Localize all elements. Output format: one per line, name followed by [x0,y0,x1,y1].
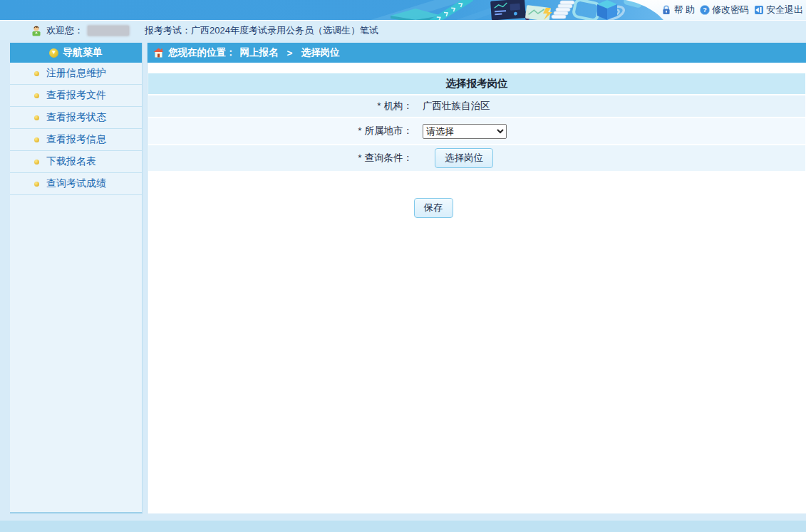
change-password-label: 修改密码 [712,4,749,16]
bullet-icon [34,71,39,76]
breadcrumb-prefix: 您现在的位置： [168,46,236,59]
organization-value: 广西壮族自治区 [418,95,805,118]
bullet-icon [34,137,39,142]
chevron-down-icon: ▼ [49,48,58,58]
sidebar-title: 导航菜单 [63,46,103,59]
bullet-icon [34,182,39,187]
city-label-cell: *所属地市： [148,118,418,145]
top-banner: 帮 助 ? 修改密码 安全退出 [0,0,806,20]
query-label: 查询条件： [365,152,413,163]
form-row-query: *查询条件： 选择岗位 [148,145,805,172]
sidebar-item-view-documents[interactable]: 查看报考文件 [10,85,142,107]
home-icon [153,48,164,58]
save-button[interactable]: 保存 [414,198,453,218]
logout-link[interactable]: 安全退出 [754,4,803,16]
breadcrumb-section[interactable]: 网上报名 [240,46,279,59]
banner-links: 帮 助 ? 修改密码 安全退出 [661,0,805,20]
city-label: 所属地市： [365,125,413,136]
svg-text:?: ? [703,6,707,14]
sidebar-item-view-info[interactable]: 查看报考信息 [10,129,142,151]
save-row: 保存 [148,198,718,218]
help-label: 帮 助 [673,4,695,16]
form-title-row: 选择报考岗位 [148,73,805,95]
job-select-form: 选择报考岗位 *机构： 广西壮族自治区 *所属地市： 请选择 *查询条件： [148,73,805,172]
sidebar-item-query-scores[interactable]: 查询考试成绩 [10,173,142,195]
sidebar-item-register-info[interactable]: 注册信息维护 [10,63,142,85]
query-label-cell: *查询条件： [148,145,418,172]
sidebar-item-download-form[interactable]: 下载报名表 [10,151,142,173]
welcome-greeting: 欢迎您： [46,24,83,37]
sidebar-header: ▼ 导航菜单 [10,43,142,63]
main-area: ▼ 导航菜单 注册信息维护 查看报考文件 查看报考状态 查看报考信息 下载报名表… [10,43,806,513]
city-select[interactable]: 请选择 [423,124,507,139]
required-mark: * [377,100,381,111]
logout-label: 安全退出 [766,4,803,16]
city-value-cell: 请选择 [418,118,805,145]
bullet-icon [34,93,39,98]
required-mark: * [358,152,361,163]
form-title: 选择报考岗位 [148,73,805,95]
sidebar-item-label: 查看报考信息 [46,133,106,146]
required-mark: * [358,125,361,136]
organization-label: 机构： [384,100,413,111]
breadcrumb: 您现在的位置：网上报名 > 选择岗位 [148,43,806,63]
content-body: 选择报考岗位 *机构： 广西壮族自治区 *所属地市： 请选择 *查询条件： [148,63,806,513]
footer-strip [0,521,806,532]
sidebar-item-label: 查看报考文件 [46,89,106,102]
user-avatar-icon [31,25,42,36]
question-icon: ? [700,5,710,15]
bullet-icon [34,160,39,165]
lock-icon [661,5,671,15]
sidebar: ▼ 导航菜单 注册信息维护 查看报考文件 查看报考状态 查看报考信息 下载报名表… [10,43,143,513]
redacted-username [88,26,129,36]
form-row-organization: *机构： 广西壮族自治区 [148,95,805,118]
change-password-link[interactable]: ? 修改密码 [700,4,749,16]
sidebar-item-label: 下载报名表 [46,155,96,168]
select-position-button[interactable]: 选择岗位 [435,148,493,168]
sidebar-item-label: 查询考试成绩 [46,177,106,190]
bullet-icon [34,115,39,120]
query-value-cell: 选择岗位 [418,145,805,172]
organization-label-cell: *机构： [148,95,418,118]
help-link[interactable]: 帮 助 [661,4,695,16]
sidebar-item-view-status[interactable]: 查看报考状态 [10,107,142,129]
sidebar-item-label: 查看报考状态 [46,111,106,124]
sidebar-item-label: 注册信息维护 [46,67,106,80]
breadcrumb-separator: > [287,48,293,58]
breadcrumb-current: 选择岗位 [301,46,339,59]
content-panel: 您现在的位置：网上报名 > 选择岗位 选择报考岗位 *机构： 广西壮族自治区 *… [147,43,806,513]
exam-title: 报考考试：广西2024年度考试录用公务员（选调生）笔试 [145,24,378,37]
form-row-city: *所属地市： 请选择 [148,118,805,145]
welcome-bar: 欢迎您： 报考考试：广西2024年度考试录用公务员（选调生）笔试 [0,20,806,40]
exit-icon [754,5,764,15]
